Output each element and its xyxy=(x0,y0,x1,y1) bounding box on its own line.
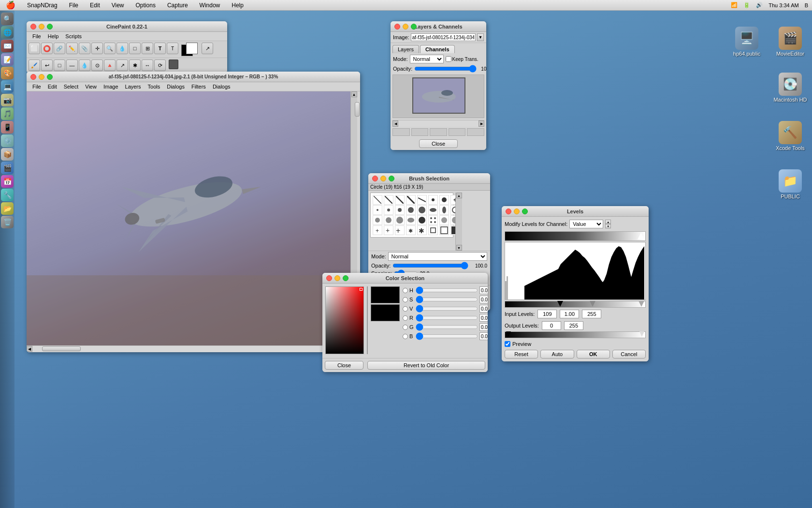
color-r-slider[interactable] xyxy=(416,315,478,321)
brush-cell[interactable]: + xyxy=(395,225,405,235)
levels-mid-slider[interactable] xyxy=(590,301,595,307)
layers-opacity-slider[interactable] xyxy=(414,66,477,72)
img-menu-layers[interactable]: Layers xyxy=(122,83,144,90)
brush-min-tl[interactable] xyxy=(380,176,386,181)
brush-cell[interactable] xyxy=(406,195,416,205)
dock-item-11[interactable]: 🎬 xyxy=(1,162,14,174)
layers-min-btn[interactable] xyxy=(403,24,408,30)
dock-item-4[interactable]: 🎨 xyxy=(1,67,14,79)
scroll-v-thumb[interactable] xyxy=(355,102,360,117)
dock-item-1[interactable]: 🌐 xyxy=(1,26,14,39)
dock-item-9[interactable]: ⚙️ xyxy=(1,134,14,147)
tool-b1[interactable]: 🖌️ xyxy=(29,60,40,71)
dock-item-7[interactable]: 🎵 xyxy=(1,107,14,120)
levels-output-left-slider[interactable] xyxy=(506,331,511,337)
menu-capture[interactable]: Capture xyxy=(165,2,190,9)
levels-black-slider[interactable] xyxy=(557,301,563,307)
brush-cell[interactable] xyxy=(417,205,427,215)
color-g-input[interactable] xyxy=(479,323,488,331)
dock-item-10[interactable]: 📦 xyxy=(1,148,14,161)
tool-rect-select2[interactable]: □ xyxy=(129,43,141,54)
layers-scroll-left[interactable]: ◀ xyxy=(392,120,398,127)
tool-b6[interactable]: ⊙ xyxy=(91,60,103,71)
color-swatch-dark[interactable] xyxy=(169,60,178,69)
color-gradient-picker[interactable] xyxy=(325,286,364,354)
brush-cell[interactable] xyxy=(406,215,416,225)
layers-btn-4[interactable] xyxy=(449,128,466,136)
tool-lasso[interactable]: 🔗 xyxy=(54,43,65,54)
menu-edit[interactable]: Edit xyxy=(88,2,102,9)
layers-mode-select[interactable]: Normal xyxy=(410,55,444,63)
levels-channel-up[interactable]: ▲ xyxy=(605,220,611,224)
tool-transform[interactable]: ⊞ xyxy=(142,43,153,54)
scroll-up-btn[interactable]: ▲ xyxy=(351,91,357,97)
color-v-slider[interactable] xyxy=(416,306,478,312)
color-h-input[interactable] xyxy=(479,286,488,294)
desktop-icon-public[interactable]: 📁 PUBLIC xyxy=(771,169,810,199)
cinepaint-max-btn[interactable] xyxy=(47,24,53,30)
levels-input-high-field[interactable] xyxy=(582,310,601,318)
tab-layers[interactable]: Layers xyxy=(392,45,419,53)
brush-cell[interactable] xyxy=(428,215,438,225)
color-r-input[interactable] xyxy=(479,314,488,322)
tool-ellipse-select[interactable]: ⭕ xyxy=(41,43,53,54)
desktop-icon-hp64[interactable]: 🖥️ hp64.public xyxy=(727,27,766,57)
levels-input-low-field[interactable] xyxy=(537,310,557,318)
dock-item-15[interactable]: 🗑️ xyxy=(1,216,14,228)
dock-item-3[interactable]: 📝 xyxy=(1,53,14,66)
levels-channel-select[interactable]: Value xyxy=(569,220,603,228)
tool-b10[interactable]: ↔ xyxy=(142,60,153,71)
brush-cell[interactable]: ✱ xyxy=(417,225,427,235)
color-max-tl[interactable] xyxy=(343,275,348,281)
color-s-radio[interactable] xyxy=(403,297,408,302)
levels-cancel-button[interactable]: Cancel xyxy=(612,350,646,359)
color-g-radio[interactable] xyxy=(403,325,408,330)
brush-cell[interactable] xyxy=(428,225,438,235)
img-menu-tools[interactable]: Tools xyxy=(145,83,163,90)
tool-b4[interactable]: — xyxy=(66,60,78,71)
brush-max-tl[interactable] xyxy=(389,176,394,181)
levels-white-slider[interactable] xyxy=(638,301,644,307)
layers-btn-1[interactable] xyxy=(392,128,410,136)
levels-min-tl[interactable] xyxy=(514,209,520,214)
color-h-radio[interactable] xyxy=(403,288,408,293)
tool-b2[interactable]: ↩ xyxy=(41,60,53,71)
tool-b9[interactable]: ✱ xyxy=(129,60,141,71)
brush-cell[interactable] xyxy=(395,195,405,205)
revert-color-button[interactable]: Revert to Old Color xyxy=(367,361,485,370)
layers-btn-5[interactable] xyxy=(467,128,484,136)
color-g-slider[interactable] xyxy=(416,324,478,330)
tool-b5[interactable]: 💧 xyxy=(79,60,90,71)
levels-output-right-slider[interactable] xyxy=(639,331,644,337)
levels-auto-button[interactable]: Auto xyxy=(540,350,574,359)
color-min-tl[interactable] xyxy=(334,275,340,281)
color-b-slider[interactable] xyxy=(416,333,478,339)
tool-pen[interactable]: ✏️ xyxy=(66,43,78,54)
levels-output-low-field[interactable] xyxy=(542,321,561,330)
tool-pencil2[interactable]: 📎 xyxy=(79,43,90,54)
tool-zoom[interactable]: 🔍 xyxy=(104,43,116,54)
color-h-slider[interactable] xyxy=(416,287,478,293)
desktop-icon-macintoshhd[interactable]: 💽 Macintosh HD xyxy=(771,73,810,103)
desktop-icon-movieeditor[interactable]: 🎬 MovieEditor xyxy=(771,27,810,57)
brush-cell-selected[interactable] xyxy=(417,215,427,225)
layers-scroll-right[interactable]: ▶ xyxy=(478,120,484,127)
color-b-radio[interactable] xyxy=(403,334,408,339)
dock-item-12[interactable]: 📅 xyxy=(1,175,14,188)
image-close-btn[interactable] xyxy=(30,74,36,80)
desktop-icon-xcode[interactable]: 🔨 Xcode Tools xyxy=(771,121,810,151)
color-v-radio[interactable] xyxy=(403,306,408,312)
layers-close-btn[interactable] xyxy=(394,24,400,30)
levels-preview-checkbox[interactable] xyxy=(505,341,510,347)
dock-item-14[interactable]: 📂 xyxy=(1,202,14,215)
tool-text[interactable]: T xyxy=(154,43,166,54)
dock-item-6[interactable]: 📷 xyxy=(1,94,14,106)
img-menu-image[interactable]: Image xyxy=(101,83,121,90)
img-menu-filters[interactable]: Filters xyxy=(188,83,209,90)
brush-opacity-slider[interactable] xyxy=(392,263,468,269)
cinepaint-menu-scripts[interactable]: Scripts xyxy=(62,33,85,40)
brush-cell[interactable] xyxy=(384,215,393,225)
tool-rect-select[interactable]: ⬜ xyxy=(29,43,40,54)
brush-scrollbar-v[interactable]: ▲ ▼ xyxy=(455,193,462,251)
img-menu-file[interactable]: File xyxy=(29,83,44,90)
